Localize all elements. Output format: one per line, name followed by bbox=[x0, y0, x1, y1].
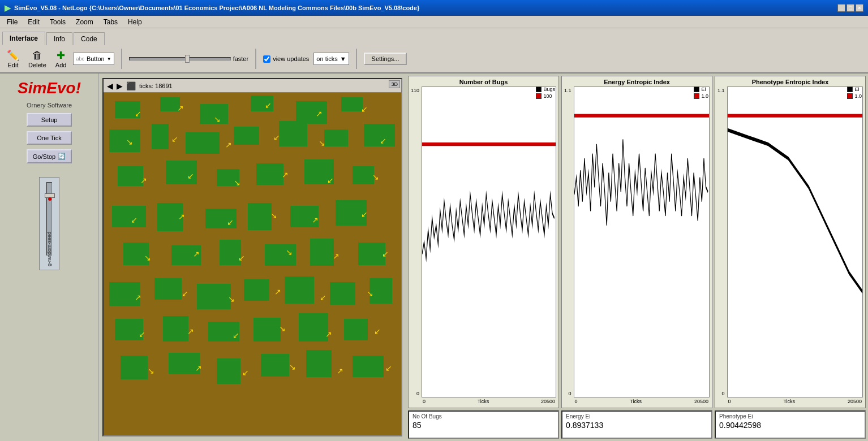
bugs-legend-bugs-box bbox=[536, 87, 542, 92]
app-brand-title: SimEvo! bbox=[18, 79, 81, 97]
energy-chart-title: Energy Entropic Index bbox=[564, 79, 710, 85]
energy-y-max: 1.1 bbox=[564, 88, 571, 93]
bugs-chart: Number of Bugs 110 0 Bugs bbox=[408, 76, 559, 408]
go-stop-button[interactable]: Go/Stop 🔄 bbox=[27, 149, 72, 163]
bugs-x-axis: 0 Ticks 20500 bbox=[422, 397, 556, 405]
energy-plot-area: Ei 1.0 bbox=[574, 87, 710, 405]
window-buttons: _ □ × bbox=[837, 4, 863, 12]
delete-label: Delete bbox=[28, 62, 46, 68]
world-toolbar: ◀ ▶ ⬛ ticks: 18691 3D bbox=[104, 79, 401, 93]
view-updates-area: view updates bbox=[263, 55, 309, 63]
phenotype-legend-10: 1.0 bbox=[847, 93, 862, 99]
app-title: SimEvo_V5.08 - NetLogo {C:\Users\Owner\D… bbox=[14, 5, 837, 11]
menu-tabs[interactable]: Tabs bbox=[99, 17, 122, 27]
values-row: No Of Bugs 85 Energy Ei 0.8937133 Phenot… bbox=[408, 410, 866, 439]
energy-legend-10: 1.0 bbox=[694, 93, 708, 99]
bugs-chart-title: Number of Bugs bbox=[411, 79, 556, 85]
bugs-x-max: 20500 bbox=[541, 399, 555, 404]
no-of-bugs-label: No Of Bugs bbox=[412, 413, 555, 420]
world-nav-right-icon[interactable]: ▶ bbox=[117, 81, 123, 90]
energy-chart-body: 1.1 0 Ei 1.0 bbox=[564, 87, 710, 405]
world-resize-icon[interactable]: ⬛ bbox=[126, 81, 136, 90]
toolbar-separator-3 bbox=[356, 49, 357, 69]
phenotype-legend-10-box bbox=[847, 93, 853, 99]
world-canvas: ↙ ↗ ↘ ↙ ↗ ↙ ↘ ↙ ↗ ↙ ↘ ↙ ↗ ↙ ↘ ↗ ↙ ↘ ↙ ↗ … bbox=[104, 93, 401, 435]
bugs-y-axis: 110 0 bbox=[411, 87, 422, 405]
tabbar: Interface Info Code bbox=[0, 28, 868, 45]
view-updates-label: view updates bbox=[273, 55, 309, 62]
energy-y-axis: 1.1 0 bbox=[564, 87, 574, 405]
bugs-legend-bugs-label: Bugs bbox=[543, 87, 555, 92]
bugs-chart-svg bbox=[422, 87, 556, 397]
add-label: Add bbox=[55, 62, 67, 68]
close-button[interactable]: × bbox=[856, 4, 863, 12]
world-nav-left-icon[interactable]: ◀ bbox=[107, 81, 113, 90]
energy-x-axis: 0 Ticks 20500 bbox=[574, 397, 710, 405]
menu-file[interactable]: File bbox=[2, 17, 22, 27]
minimize-button[interactable]: _ bbox=[837, 4, 845, 12]
delete-button[interactable]: 🗑 Delete bbox=[26, 49, 49, 70]
energy-x-min: 0 bbox=[575, 399, 578, 404]
bugs-y-max: 110 bbox=[411, 88, 419, 93]
dropdown-arrow-icon: ▼ bbox=[107, 57, 111, 62]
main-content: SimEvo! Ornery Software Setup One Tick G… bbox=[0, 74, 868, 441]
menu-help[interactable]: Help bbox=[123, 17, 147, 27]
energy-x-max: 20500 bbox=[694, 399, 708, 404]
phenotype-ei-label: Phenotype Ei bbox=[719, 413, 861, 420]
toolbar-separator-2 bbox=[255, 49, 256, 69]
energy-ei-label: Energy Ei bbox=[566, 413, 708, 420]
speed-slider[interactable] bbox=[129, 57, 231, 60]
on-ticks-dropdown[interactable]: on ticks ▼ bbox=[313, 53, 349, 65]
button-type-dropdown[interactable]: abc Button ▼ bbox=[73, 53, 114, 65]
button-type-prefix: abc bbox=[76, 56, 84, 62]
energy-ei-box: Energy Ei 0.8937133 bbox=[561, 410, 712, 439]
tab-info[interactable]: Info bbox=[46, 32, 72, 45]
tab-code[interactable]: Code bbox=[74, 32, 105, 45]
speed-slider-thumb[interactable] bbox=[185, 55, 190, 63]
phenotype-plot-area: Ei 1.0 bbox=[727, 87, 863, 405]
bugs-legend-100-box bbox=[536, 93, 542, 99]
add-button[interactable]: ✚ Add bbox=[53, 48, 69, 70]
edit-button[interactable]: ✏️ Edit bbox=[5, 48, 22, 70]
energy-ei-value: 0.8937133 bbox=[566, 421, 708, 430]
maximize-button[interactable]: □ bbox=[846, 4, 854, 12]
phenotype-ei-box: Phenotype Ei 0.90442598 bbox=[715, 410, 866, 439]
on-ticks-label: on ticks bbox=[316, 55, 337, 62]
phenotype-ei-value: 0.90442598 bbox=[719, 421, 861, 430]
phenotype-legend-ei-label: Ei bbox=[854, 87, 859, 92]
toolbar-separator-1 bbox=[121, 49, 122, 69]
random-seed-slider[interactable]: g-random-seed bbox=[39, 177, 59, 270]
add-icon: ✚ bbox=[57, 49, 65, 62]
tab-interface[interactable]: Interface bbox=[2, 32, 45, 45]
menu-zoom[interactable]: Zoom bbox=[71, 17, 98, 27]
go-stop-label: Go/Stop bbox=[33, 153, 55, 160]
menu-edit[interactable]: Edit bbox=[23, 17, 44, 27]
bugs-legend-bugs: Bugs bbox=[536, 87, 555, 92]
bugs-legend-100-label: 100 bbox=[543, 93, 552, 99]
settings-button[interactable]: Settings... bbox=[364, 53, 407, 65]
app-logo: ▶ bbox=[5, 3, 11, 12]
bugs-plot-area: Bugs 100 bbox=[422, 87, 556, 405]
energy-chart: Energy Entropic Index 1.1 0 Ei bbox=[561, 76, 712, 408]
phenotype-legend: Ei 1.0 bbox=[847, 87, 862, 99]
world-3d-button[interactable]: 3D bbox=[389, 80, 400, 88]
energy-legend-10-box bbox=[694, 93, 699, 99]
view-updates-checkbox[interactable] bbox=[263, 55, 270, 63]
phenotype-x-axis: 0 Ticks 20500 bbox=[727, 397, 863, 405]
phenotype-y-axis: 1.1 0 bbox=[717, 87, 727, 405]
on-ticks-arrow-icon: ▼ bbox=[340, 55, 346, 62]
phenotype-x-max: 20500 bbox=[848, 399, 862, 404]
phenotype-legend-10-label: 1.0 bbox=[854, 93, 862, 99]
button-type-label: Button bbox=[87, 55, 105, 62]
phenotype-x-label: Ticks bbox=[783, 399, 795, 404]
energy-chart-svg bbox=[574, 87, 710, 397]
phenotype-chart-body: 1.1 0 Ei 1.0 bbox=[717, 87, 863, 405]
menu-tools[interactable]: Tools bbox=[45, 17, 70, 27]
no-of-bugs-value: 85 bbox=[412, 421, 555, 430]
setup-button[interactable]: Setup bbox=[27, 113, 72, 127]
one-tick-button[interactable]: One Tick bbox=[27, 131, 72, 145]
app-brand-subtitle: Ornery Software bbox=[27, 102, 72, 109]
menubar: File Edit Tools Zoom Tabs Help bbox=[0, 16, 868, 28]
phenotype-legend-ei: Ei bbox=[847, 87, 862, 92]
no-of-bugs-box: No Of Bugs 85 bbox=[408, 410, 559, 439]
